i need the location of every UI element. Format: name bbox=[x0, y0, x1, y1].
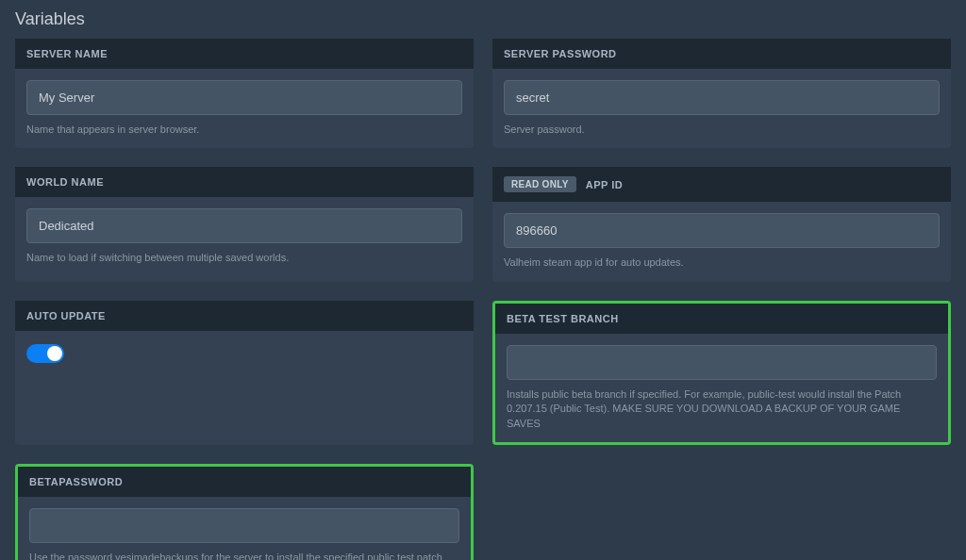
server-password-input[interactable] bbox=[504, 80, 940, 115]
beta-password-description: Use the password yesimadebackups for the… bbox=[29, 551, 459, 560]
app-id-input bbox=[504, 213, 940, 248]
beta-test-branch-input[interactable] bbox=[507, 345, 937, 380]
beta-password-body: Use the password yesimadebackups for the… bbox=[18, 497, 471, 560]
app-id-body: Valheim steam app id for auto updates. bbox=[492, 202, 951, 281]
server-password-body: Server password. bbox=[492, 69, 951, 148]
beta-test-branch-card: BETA TEST BRANCH Installs public beta br… bbox=[492, 301, 951, 445]
app-id-header: READ ONLY APP ID bbox=[492, 167, 951, 202]
beta-test-branch-body: Installs public beta branch if specified… bbox=[495, 334, 948, 442]
app-id-card: READ ONLY APP ID Valheim steam app id fo… bbox=[492, 167, 951, 281]
beta-test-branch-header: BETA TEST BRANCH bbox=[495, 304, 948, 334]
world-name-card: WORLD NAME Name to load if switching bet… bbox=[15, 167, 474, 281]
beta-password-card: BETAPASSWORD Use the password yesimadeba… bbox=[15, 464, 474, 560]
auto-update-card: AUTO UPDATE bbox=[15, 301, 474, 445]
auto-update-toggle[interactable] bbox=[26, 344, 64, 363]
server-name-header: SERVER NAME bbox=[15, 39, 474, 69]
server-password-label: SERVER PASSWORD bbox=[504, 48, 617, 59]
world-name-input[interactable] bbox=[26, 208, 462, 243]
toggle-thumb bbox=[47, 346, 62, 361]
beta-test-branch-description: Installs public beta branch if specified… bbox=[507, 387, 937, 431]
server-name-body: Name that appears in server browser. bbox=[15, 69, 474, 148]
auto-update-header: AUTO UPDATE bbox=[15, 301, 474, 331]
readonly-badge: READ ONLY bbox=[504, 176, 576, 192]
server-name-input[interactable] bbox=[26, 80, 462, 115]
beta-test-branch-label: BETA TEST BRANCH bbox=[507, 313, 619, 324]
app-id-description: Valheim steam app id for auto updates. bbox=[504, 255, 940, 270]
world-name-description: Name to load if switching between multip… bbox=[26, 251, 462, 265]
beta-password-header: BETAPASSWORD bbox=[18, 467, 471, 497]
auto-update-body bbox=[15, 331, 474, 380]
world-name-body: Name to load if switching between multip… bbox=[15, 197, 474, 276]
world-name-header: WORLD NAME bbox=[15, 167, 474, 197]
page-title: Variables bbox=[15, 9, 951, 29]
beta-password-input[interactable] bbox=[29, 508, 459, 543]
server-password-card: SERVER PASSWORD Server password. bbox=[492, 39, 951, 148]
server-name-label: SERVER NAME bbox=[26, 48, 108, 59]
server-password-description: Server password. bbox=[504, 123, 940, 137]
beta-password-label: BETAPASSWORD bbox=[29, 476, 123, 487]
auto-update-label: AUTO UPDATE bbox=[26, 310, 106, 321]
variables-grid: SERVER NAME Name that appears in server … bbox=[15, 39, 951, 560]
server-name-card: SERVER NAME Name that appears in server … bbox=[15, 39, 474, 148]
server-password-header: SERVER PASSWORD bbox=[492, 39, 951, 69]
app-id-label: APP ID bbox=[586, 179, 623, 190]
server-name-description: Name that appears in server browser. bbox=[26, 123, 462, 137]
world-name-label: WORLD NAME bbox=[26, 176, 104, 188]
